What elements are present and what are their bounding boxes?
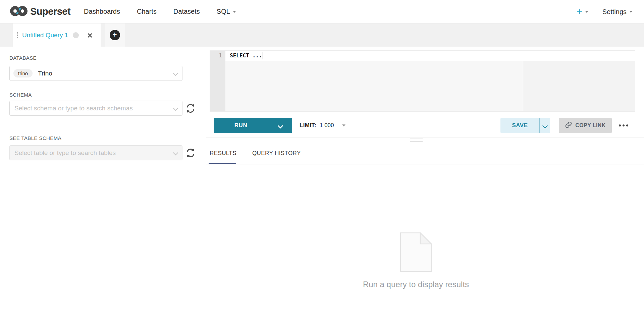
caret-down-icon [342, 124, 345, 126]
superset-logo[interactable]: Superset [10, 5, 70, 18]
tab-results[interactable]: RESULTS [210, 150, 236, 157]
chevron-down-icon [278, 123, 282, 128]
copy-link-button[interactable]: COPY LINK [559, 118, 612, 133]
pane-resize-handle[interactable] [410, 139, 423, 143]
datasource-panel: DATABASE trino Trino SCHEMA Select schem… [0, 47, 205, 313]
database-select[interactable]: trino Trino [9, 66, 182, 81]
chevron-down-icon [629, 11, 633, 13]
panel-divider [9, 125, 200, 125]
database-value: Trino [38, 70, 52, 77]
query-tabbar: Untitled Query 1 + [0, 23, 644, 47]
schema-select[interactable]: Select schema or type to search schemas [9, 101, 182, 116]
plus-circle-icon: + [110, 30, 120, 40]
save-label[interactable]: SAVE [500, 118, 540, 133]
table-schema-label: SEE TABLE SCHEMA [9, 135, 61, 141]
settings-label: Settings [602, 8, 627, 16]
add-tab-button[interactable]: + [105, 23, 125, 47]
empty-document-icon [400, 232, 432, 273]
chevron-down-icon [233, 11, 236, 13]
app-header: Superset Dashboards Charts Datasets SQL … [0, 0, 644, 23]
editor-print-margin [523, 51, 523, 111]
database-label: DATABASE [9, 55, 37, 61]
limit-label: LIMIT: [300, 122, 316, 129]
chevron-down-icon [174, 106, 177, 110]
more-actions-icon[interactable] [619, 123, 632, 127]
tab-menu-icon[interactable] [17, 32, 18, 38]
tab-query-history[interactable]: QUERY HISTORY [252, 150, 301, 157]
editor-active-line [225, 51, 635, 61]
new-item-button[interactable]: + [577, 7, 588, 17]
plus-icon: + [577, 7, 583, 17]
superset-logo-icon [10, 5, 28, 18]
editor-gutter: 1 [210, 51, 225, 111]
nav-sql[interactable]: SQL [217, 8, 236, 15]
run-button[interactable]: RUN [214, 118, 292, 133]
nav-charts[interactable]: Charts [137, 8, 157, 15]
text-cursor [263, 52, 263, 59]
schema-label: SCHEMA [9, 92, 32, 98]
database-type-badge: trino [13, 69, 33, 77]
nav-dashboards[interactable]: Dashboards [84, 8, 120, 15]
sql-code-line[interactable]: SELECT ... [230, 51, 263, 61]
tab-untitled-query-1[interactable]: Untitled Query 1 [13, 23, 101, 47]
run-options-button[interactable] [268, 118, 292, 133]
chevron-down-icon [543, 123, 547, 128]
nav-datasets[interactable]: Datasets [173, 8, 200, 15]
table-placeholder: Select table or type to search tables [14, 149, 116, 157]
tab-title: Untitled Query 1 [22, 32, 68, 39]
chevron-down-icon [174, 151, 177, 155]
line-number: 1 [219, 51, 222, 61]
refresh-tables-icon[interactable] [185, 147, 196, 159]
sql-editor[interactable]: 1 SELECT ... [210, 50, 635, 112]
brand-name: Superset [30, 6, 70, 17]
results-tabs-divider [206, 164, 644, 164]
run-label[interactable]: RUN [214, 118, 268, 133]
save-button[interactable]: SAVE [500, 118, 550, 133]
refresh-schemas-icon[interactable] [185, 103, 196, 114]
schema-placeholder: Select schema or type to search schemas [14, 105, 133, 112]
settings-menu[interactable]: Settings [602, 8, 633, 16]
chevron-down-icon [585, 11, 588, 13]
save-options-button[interactable] [540, 118, 550, 133]
limit-value: 1 000 [320, 122, 334, 129]
empty-results-message: Run a query to display results [315, 280, 517, 289]
sql-code-text: SELECT ... [230, 51, 262, 61]
main-nav: Dashboards Charts Datasets SQL [84, 8, 236, 15]
chevron-down-icon [174, 71, 177, 75]
close-tab-icon[interactable] [87, 32, 93, 38]
header-right: + Settings [577, 0, 633, 23]
copy-link-label: COPY LINK [575, 122, 605, 128]
link-icon [565, 121, 572, 130]
toolbar-divider [206, 138, 644, 138]
sql-lab-screen: Superset Dashboards Charts Datasets SQL … [0, 0, 644, 313]
table-select[interactable]: Select table or type to search tables [9, 145, 182, 160]
limit-dropdown[interactable]: LIMIT: 1 000 [300, 118, 345, 133]
query-status-dot [73, 32, 79, 38]
